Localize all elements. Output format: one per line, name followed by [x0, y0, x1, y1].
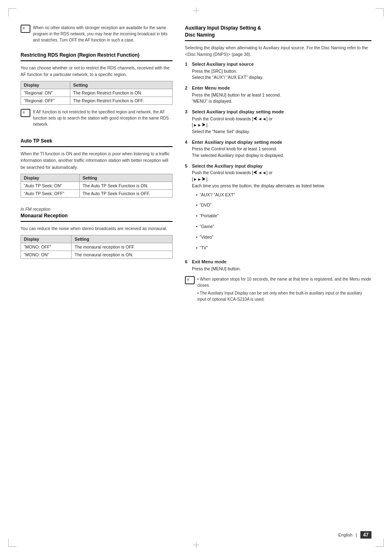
monaural-header-display: Display	[21, 235, 71, 243]
table-cell: The monaural reception is ON.	[71, 251, 173, 258]
step-title: Exit Menu mode	[192, 258, 371, 265]
corner-mark-tr	[376, 8, 384, 16]
table-cell: The Auto TP Seek Function is ON.	[79, 182, 172, 189]
step-body-line: [►►⮞].	[192, 122, 371, 129]
table-cell: “Auto TP Seek: OFF”	[21, 189, 80, 197]
step-title: Enter Auxiliary input display setting mo…	[192, 139, 371, 146]
corner-mark-bl	[8, 539, 16, 547]
step-content: Select Auxiliary input display setting m…	[192, 108, 371, 135]
page-separator: |	[356, 532, 357, 537]
table-cell: “Regional: ON”	[21, 89, 70, 97]
step-body-line: Press the [MENU] button for at least 1 s…	[192, 92, 371, 99]
section-rds-region: Restricting RDS Region (Region Restrict …	[21, 52, 173, 129]
step-item: 6Exit Menu modePress the [MENU] button.	[185, 258, 371, 272]
section-rds-region-title: Restricting RDS Region (Region Restrict …	[21, 52, 173, 61]
page-container: When no other stations with stronger rec…	[0, 0, 392, 555]
section-monaural-body: You can reduce the noise when stereo bro…	[21, 225, 173, 232]
rds-note-icon	[21, 109, 30, 117]
bullet-item: “TV”	[196, 244, 371, 251]
two-column-layout: When no other stations with stronger rec…	[21, 25, 371, 308]
step-content: Exit Menu modePress the [MENU] button.	[192, 258, 371, 272]
right-title-line1: Auxiliary Input Display Setting &	[185, 25, 261, 31]
corner-mark-br	[376, 539, 384, 547]
note-icon	[21, 25, 30, 33]
auto-tp-header-display: Display	[21, 174, 80, 182]
step-body-line: Select the “Name Set” display.	[192, 129, 371, 135]
step-content: Enter Menu modePress the [MENU] button f…	[192, 85, 371, 105]
table-cell: “MONO: ON”	[21, 251, 71, 258]
page-language: English	[338, 532, 352, 537]
table-cell: “Auto TP Seek: ON”	[21, 182, 80, 189]
step-number: 4	[185, 139, 190, 159]
right-section-title: Auxiliary Input Display Setting & Disc N…	[185, 25, 371, 41]
step-body-line: Push the Control knob towards [⮜◄◄] or	[192, 170, 371, 176]
table-header-setting: Setting	[70, 81, 173, 89]
section-monaural: In FM reception Monaural Reception You c…	[21, 207, 173, 259]
step-item: 5Select the Auxiliary input displayPush …	[185, 163, 371, 255]
corner-mark-tl	[8, 8, 16, 16]
steps-list: 1Select Auxiliary input sourcePress the …	[185, 61, 371, 272]
right-intro-text: Selecting the display when alternating t…	[185, 44, 371, 58]
step-item: 1Select Auxiliary input sourcePress the …	[185, 61, 371, 81]
section-auto-tp-body: When the TI function is ON and the recep…	[21, 150, 173, 170]
left-column: When no other stations with stronger rec…	[21, 25, 173, 308]
top-note-text: When no other stations with stronger rec…	[33, 25, 173, 44]
step-content: Enter Auxiliary input display setting mo…	[192, 139, 371, 159]
step-title: Enter Menu mode	[192, 85, 371, 92]
table-cell: “Regional: OFF”	[21, 97, 70, 105]
step-number: 3	[185, 108, 190, 135]
step-item: 3Select Auxiliary input display setting …	[185, 108, 371, 135]
rds-region-table: Display Setting “Regional: ON”The Region…	[21, 81, 173, 105]
section-auto-tp-title: Auto TP Seek	[21, 138, 173, 147]
step-number: 6	[185, 258, 190, 272]
step-body-line: Select the “AUX”/ “AUX EXT” display.	[192, 74, 371, 81]
step-body-line: Each time you press the button, the disp…	[192, 183, 371, 189]
rds-note-icon-wrap	[21, 109, 30, 120]
right-note-bullet: • When operation stops for 10 seconds, t…	[197, 276, 371, 288]
right-note-icon-wrap	[185, 276, 195, 288]
right-note-text: • When operation stops for 10 seconds, t…	[197, 276, 371, 304]
table-header-display: Display	[21, 81, 70, 89]
step-body-line: Press the [SRC] button.	[192, 68, 371, 75]
step-number: 2	[185, 85, 190, 105]
note-icon-wrap	[21, 25, 30, 36]
bullet-item: “DVD”	[196, 202, 371, 209]
step-title: Select Auxiliary input source	[192, 61, 371, 68]
section-auto-tp: Auto TP Seek When the TI function is ON …	[21, 138, 173, 198]
step-title: Select Auxiliary input display setting m…	[192, 108, 371, 115]
rds-region-note: If AF function is not restricted to the …	[21, 109, 173, 129]
rds-note-text: If AF function is not restricted to the …	[33, 109, 173, 129]
step5-bullets: “AUX”/ “AUX EXT”“DVD”“Portable”“Game”“Vi…	[192, 191, 371, 251]
bullet-item: “AUX”/ “AUX EXT”	[196, 191, 371, 198]
right-note-bullet: • The Auxiliary Input Display can be set…	[197, 290, 371, 302]
top-note-block: When no other stations with stronger rec…	[21, 25, 173, 44]
page-footer: English | 47	[338, 531, 371, 539]
center-cross-top	[193, 7, 199, 13]
step-body-line: Push the Control knob towards [⮜◄◄] or	[192, 116, 371, 122]
right-note-block: • When operation stops for 10 seconds, t…	[185, 276, 371, 304]
step-body-line: “MENU” is displayed.	[192, 98, 371, 105]
bullet-item: “Game”	[196, 223, 371, 230]
table-cell: The Region Restrict Function is ON.	[70, 89, 173, 97]
table-cell: The Auto TP Seek Function is OFF.	[79, 189, 172, 197]
right-note-icon	[185, 276, 195, 284]
bullet-item: “Portable”	[196, 212, 371, 219]
right-column: Auxiliary Input Display Setting & Disc N…	[185, 25, 371, 308]
monaural-table: Display Setting “MONO: OFF”The monaural …	[21, 235, 173, 259]
right-title-line2: Disc Naming	[185, 32, 215, 38]
step-body-line: Press the Control knob for at least 1 se…	[192, 146, 371, 152]
monaural-italic-label: In FM reception	[21, 207, 173, 212]
step-content: Select the Auxiliary input displayPush t…	[192, 163, 371, 255]
auto-tp-header-setting: Setting	[79, 174, 172, 182]
auto-tp-table: Display Setting “Auto TP Seek: ON”The Au…	[21, 174, 173, 198]
step-number: 5	[185, 163, 190, 255]
step-body-line: The selected Auxiliary input display is …	[192, 152, 371, 159]
center-cross-bottom	[193, 542, 199, 548]
step-number: 1	[185, 61, 190, 81]
step-item: 2Enter Menu modePress the [MENU] button …	[185, 85, 371, 105]
step-item: 4Enter Auxiliary input display setting m…	[185, 139, 371, 159]
step-title: Select the Auxiliary input display	[192, 163, 371, 170]
bullet-item: “Video”	[196, 234, 371, 241]
step-body-line: [►►⮞].	[192, 176, 371, 183]
step-body-line: Press the [MENU] button.	[192, 266, 371, 272]
